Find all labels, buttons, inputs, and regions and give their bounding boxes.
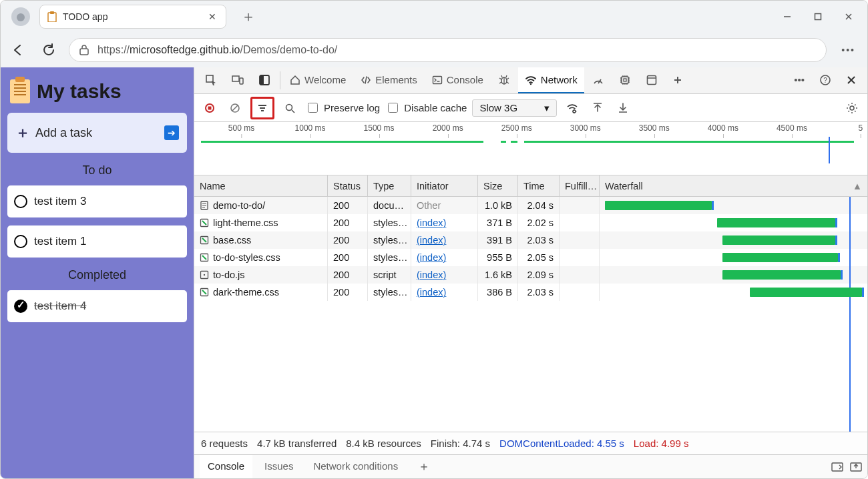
new-tab-button[interactable]: ＋	[236, 7, 261, 27]
status-transferred: 4.7 kB transferred	[257, 438, 337, 449]
table-row[interactable]: to-do-styles.css200styles…(index)955 B2.…	[194, 249, 867, 266]
svg-rect-8	[232, 76, 239, 81]
network-settings-button[interactable]	[842, 98, 862, 118]
waterfall-bar	[722, 270, 840, 280]
request-fulfilled	[560, 266, 600, 284]
drawer-add-tab-button[interactable]: ＋	[410, 455, 438, 478]
profile-avatar[interactable]	[11, 7, 30, 26]
drawer-close-button[interactable]	[850, 462, 862, 472]
file-type-icon	[200, 270, 209, 280]
record-button[interactable]	[200, 98, 220, 118]
request-status: 200	[328, 231, 368, 249]
more-tabs-button[interactable]	[666, 67, 690, 93]
request-time: 2.03 s	[518, 284, 560, 301]
request-time: 2.02 s	[518, 214, 560, 231]
network-conditions-button[interactable]	[562, 98, 582, 118]
network-status-bar: 6 requests 4.7 kB transferred 8.4 kB res…	[194, 432, 867, 454]
browser-menu-button[interactable]: •••	[836, 42, 861, 58]
task-item[interactable]: test item 1	[7, 225, 187, 258]
col-type[interactable]: Type	[368, 175, 411, 196]
todo-app: My tasks ＋ Add a task ➔ To do test item …	[1, 67, 194, 478]
drawer-tab-console[interactable]: Console	[200, 455, 252, 478]
toolbar: https://microsoftedge.github.io/Demos/de…	[1, 33, 867, 67]
overview-tick: 3000 ms	[570, 123, 601, 133]
devtools-more-button[interactable]: •••	[787, 67, 811, 93]
task-item-completed[interactable]: test item 4	[7, 290, 187, 322]
nav-back-button[interactable]	[7, 39, 29, 61]
devtools-close-button[interactable]	[839, 67, 863, 93]
tab-close-button[interactable]: ✕	[206, 10, 219, 23]
network-overview[interactable]: 500 ms1000 ms1500 ms2000 ms2500 ms3000 m…	[194, 122, 867, 175]
inspect-element-button[interactable]	[198, 67, 224, 93]
arrow-right-icon[interactable]: ➔	[164, 125, 179, 140]
waterfall-cell	[600, 266, 867, 284]
import-har-button[interactable]	[588, 98, 608, 118]
initiator-link[interactable]: (index)	[417, 287, 446, 298]
drawer-expand-button[interactable]	[831, 462, 843, 472]
initiator-link[interactable]: (index)	[417, 252, 446, 263]
request-type: docu…	[368, 197, 411, 214]
table-row[interactable]: to-do.js200script(index)1.6 kB2.09 s	[194, 266, 867, 284]
browser-tab[interactable]: TODO app ✕	[39, 5, 226, 29]
tab-console[interactable]: Console	[425, 67, 490, 93]
task-item[interactable]: test item 3	[7, 185, 187, 217]
app-icon	[646, 74, 658, 86]
tab-title: TODO app	[63, 11, 200, 22]
request-time: 2.04 s	[518, 197, 560, 214]
task-checkbox-checked[interactable]	[14, 300, 27, 313]
wifi-gear-icon	[566, 102, 578, 114]
chip-icon	[619, 74, 631, 86]
table-row[interactable]: dark-theme.css200styles…(index)386 B2.03…	[194, 284, 867, 301]
task-checkbox[interactable]	[14, 235, 27, 248]
table-row[interactable]: base.css200styles…(index)391 B2.03 s	[194, 231, 867, 249]
drawer-tab-network-conditions[interactable]: Network conditions	[305, 455, 406, 478]
initiator-link[interactable]: (index)	[417, 235, 446, 246]
task-checkbox[interactable]	[14, 195, 27, 208]
table-row[interactable]: light-theme.css200styles…(index)371 B2.0…	[194, 214, 867, 231]
throttling-select[interactable]: Slow 3G ▾	[472, 99, 557, 117]
tab-memory[interactable]	[612, 67, 638, 93]
request-name: light-theme.css	[213, 217, 278, 228]
site-lock-icon[interactable]	[79, 44, 89, 56]
table-row[interactable]: demo-to-do/200docu…Other1.0 kB2.04 s	[194, 197, 867, 214]
clear-button[interactable]	[225, 98, 245, 118]
devtools-help-button[interactable]: ?	[813, 67, 838, 93]
tab-welcome[interactable]: Welcome	[283, 67, 353, 93]
window-maximize-button[interactable]	[803, 7, 833, 27]
tab-performance[interactable]	[586, 67, 611, 93]
col-waterfall[interactable]: Waterfall▲	[600, 175, 867, 196]
col-time[interactable]: Time	[518, 175, 560, 196]
add-task-button[interactable]: ＋ Add a task ➔	[7, 113, 187, 153]
window-minimize-button[interactable]	[773, 7, 802, 27]
performance-icon	[592, 74, 604, 86]
tab-elements[interactable]: Elements	[354, 67, 424, 93]
initiator-link[interactable]: (index)	[417, 270, 446, 280]
address-bar[interactable]: https://microsoftedge.github.io/Demos/de…	[69, 38, 827, 62]
col-size[interactable]: Size	[478, 175, 518, 196]
initiator-link[interactable]: (index)	[417, 217, 446, 228]
drawer-tab-issues[interactable]: Issues	[256, 455, 301, 478]
col-fulfilled[interactable]: Fulfill…	[560, 175, 600, 196]
table-header[interactable]: Name Status Type Initiator Size Time Ful…	[194, 175, 867, 197]
col-status[interactable]: Status	[328, 175, 368, 196]
col-initiator[interactable]: Initiator	[411, 175, 478, 196]
export-har-button[interactable]	[613, 98, 633, 118]
request-size: 371 B	[478, 214, 518, 231]
disable-cache-checkbox[interactable]: Disable cache	[385, 101, 467, 115]
request-status: 200	[328, 284, 368, 301]
request-name: demo-to-do/	[213, 200, 265, 211]
nav-refresh-button[interactable]	[38, 39, 59, 61]
tab-network[interactable]: Network	[518, 67, 584, 93]
tab-application[interactable]	[639, 67, 664, 93]
filter-button[interactable]	[250, 97, 274, 119]
svg-rect-11	[260, 75, 264, 85]
device-emulation-button[interactable]	[225, 67, 250, 93]
tab-bug[interactable]	[491, 67, 517, 93]
preserve-log-checkbox[interactable]: Preserve log	[305, 101, 380, 115]
col-name[interactable]: Name	[194, 175, 328, 196]
search-button[interactable]	[280, 98, 300, 118]
dock-side-button[interactable]	[252, 67, 277, 93]
overview-tick: 1000 ms	[295, 123, 326, 133]
window-close-button[interactable]	[834, 7, 863, 27]
svg-rect-6	[80, 49, 88, 55]
